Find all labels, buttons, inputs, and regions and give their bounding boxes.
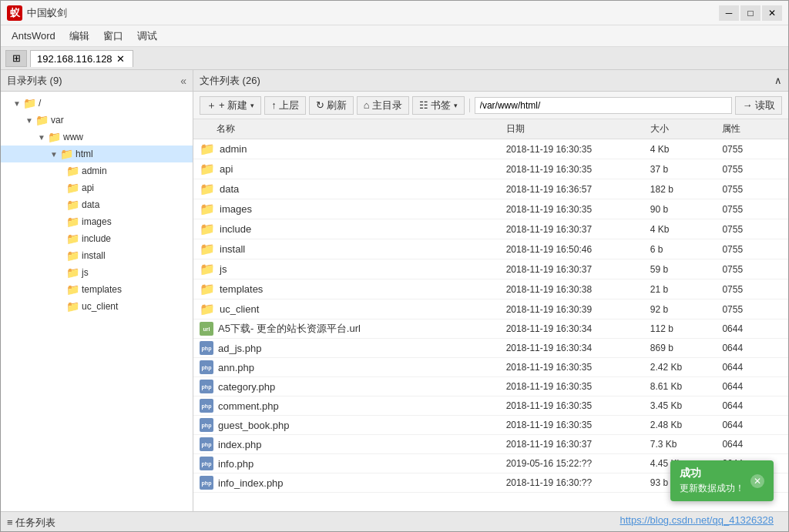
table-row[interactable]: phpguest_book.php 2018-11-19 16:30:35 2.…: [193, 416, 788, 435]
col-name[interactable]: 名称: [193, 119, 500, 139]
close-button[interactable]: ✕: [762, 5, 782, 21]
refresh-icon: ↻: [316, 99, 324, 111]
php-file-icon: php: [200, 457, 213, 470]
dir-icon: 📁: [200, 282, 215, 296]
tree-label-install: install: [82, 250, 106, 261]
tree-item-root[interactable]: ▼ 📁 /: [1, 95, 193, 112]
table-row[interactable]: phpcategory.php 2018-11-19 16:30:35 8.61…: [193, 377, 788, 396]
tree-item-images[interactable]: 📁 images: [1, 213, 193, 230]
tree-item-api[interactable]: 📁 api: [1, 179, 193, 196]
menu-antsword[interactable]: AntsWord: [5, 28, 62, 44]
file-attr: 0755: [716, 159, 788, 179]
folder-icon-www: 📁: [48, 131, 61, 143]
dir-icon: 📁: [200, 302, 215, 316]
table-row[interactable]: 📁data 2018-11-19 16:36:57 182 b 0755: [193, 179, 788, 199]
file-size: 869 b: [644, 339, 717, 358]
table-row[interactable]: phpindex.php 2018-11-19 16:30:37 7.3 Kb …: [193, 435, 788, 454]
table-row[interactable]: 📁js 2018-11-19 16:30:37 59 b 0755: [193, 259, 788, 279]
window-controls: ─ □ ✕: [719, 5, 782, 21]
app-title: 中国蚁剑: [27, 6, 67, 20]
tree-item-templates[interactable]: 📁 templates: [1, 281, 193, 298]
table-row[interactable]: 📁uc_client 2018-11-19 16:30:39 92 b 0755: [193, 299, 788, 320]
table-row[interactable]: 📁api 2018-11-19 16:30:35 37 b 0755: [193, 159, 788, 179]
tab-item-0[interactable]: 192.168.116.128 ✕: [30, 50, 133, 67]
php-file-icon: php: [200, 437, 213, 451]
col-date[interactable]: 日期: [500, 119, 644, 139]
tree-item-admin[interactable]: 📁 admin: [1, 162, 193, 179]
new-button[interactable]: ＋ + 新建 ▾: [200, 96, 261, 115]
dir-icon: 📁: [200, 222, 215, 236]
dir-icon: 📁: [200, 202, 215, 216]
table-row[interactable]: 📁templates 2018-11-19 16:30:38 21 b 0755: [193, 279, 788, 299]
tree-label-www: www: [63, 132, 83, 142]
task-list-label: ≡ 任务列表: [7, 516, 55, 530]
up-button[interactable]: ↑ 上层: [264, 96, 306, 115]
toast-close-button[interactable]: ✕: [750, 474, 764, 488]
table-row[interactable]: 📁images 2018-11-19 16:30:35 90 b 0755: [193, 199, 788, 219]
table-row[interactable]: phpcomment.php 2018-11-19 16:30:35 3.45 …: [193, 396, 788, 416]
refresh-button[interactable]: ↻ 刷新: [309, 96, 354, 115]
file-name: ad_js.php: [218, 343, 261, 354]
file-tree: ▼ 📁 / ▼ 📁 var ▼ 📁 www ▼ 📁 html: [1, 92, 193, 511]
file-date: 2018-11-19 16:30:37: [500, 219, 644, 239]
file-size: 4 Kb: [644, 219, 717, 239]
col-size[interactable]: 大小: [644, 119, 717, 139]
file-table: 名称 日期 大小 属性 📁admin 2018-11-19 16:30:35 4…: [193, 119, 788, 493]
file-size: 6 b: [644, 239, 717, 259]
main-content: 目录列表 (9) « ▼ 📁 / ▼ 📁 var ▼ 📁 www: [1, 70, 788, 511]
table-row[interactable]: 📁admin 2018-11-19 16:30:35 4 Kb 0755: [193, 139, 788, 159]
tab-close-0[interactable]: ✕: [116, 53, 126, 64]
dir-icon: 📁: [200, 182, 215, 196]
file-size: 90 b: [644, 199, 717, 219]
table-row[interactable]: urlA5下载- 更全的站长资源平台.url 2018-11-19 16:30:…: [193, 320, 788, 339]
up-label: 上层: [279, 99, 299, 112]
tree-item-install[interactable]: 📁 install: [1, 247, 193, 264]
file-name: ann.php: [218, 362, 254, 373]
tree-item-html[interactable]: ▼ 📁 html: [1, 146, 193, 162]
file-date: 2018-11-19 16:30:??: [500, 473, 644, 493]
home-button[interactable]: ⌂ 主目录: [357, 96, 409, 115]
file-name: include: [220, 223, 251, 235]
table-row[interactable]: 📁include 2018-11-19 16:30:37 4 Kb 0755: [193, 219, 788, 239]
minimize-button[interactable]: ─: [719, 5, 739, 21]
file-attr: 0755: [716, 179, 788, 199]
file-table-container: 名称 日期 大小 属性 📁admin 2018-11-19 16:30:35 4…: [193, 119, 788, 511]
collapse-button[interactable]: «: [180, 75, 186, 87]
tab-home-button[interactable]: ⊞: [5, 50, 27, 67]
menu-edit[interactable]: 编辑: [63, 27, 96, 45]
bookmark-dropdown-arrow: ▾: [454, 102, 458, 109]
tree-item-js[interactable]: 📁 js: [1, 264, 193, 281]
tree-item-var[interactable]: ▼ 📁 var: [1, 112, 193, 129]
table-row[interactable]: 📁install 2018-11-19 16:50:46 6 b 0755: [193, 239, 788, 259]
col-attr[interactable]: 属性: [716, 119, 788, 139]
table-row[interactable]: phpann.php 2018-11-19 16:30:35 2.42 Kb 0…: [193, 358, 788, 377]
dir-icon: 📁: [200, 142, 215, 156]
table-row[interactable]: phpad_js.php 2018-11-19 16:30:34 869 b 0…: [193, 339, 788, 358]
menu-debug[interactable]: 调试: [131, 27, 163, 45]
url-file-icon: url: [200, 322, 213, 336]
tree-item-uc-client[interactable]: 📁 uc_client: [1, 298, 193, 315]
file-list-title: 文件列表 (26): [200, 74, 260, 88]
maximize-button[interactable]: □: [740, 5, 760, 21]
folder-icon-data: 📁: [66, 199, 79, 211]
path-input[interactable]: [475, 97, 733, 114]
read-button[interactable]: → 读取: [735, 96, 782, 115]
file-date: 2018-11-19 16:30:35: [500, 377, 644, 396]
php-file-icon: php: [200, 360, 213, 374]
tree-item-data[interactable]: 📁 data: [1, 196, 193, 213]
expand-arrow-root: ▼: [13, 99, 21, 108]
bookmark-button[interactable]: ☷ 书签 ▾: [412, 96, 465, 115]
file-name: uc_client: [220, 303, 259, 315]
collapse-right-icon: ∧: [774, 75, 782, 86]
tab-bar: ⊞ 192.168.116.128 ✕: [1, 47, 788, 70]
file-name: install: [220, 243, 245, 255]
bookmark-label: 书签: [431, 99, 451, 112]
menu-window[interactable]: 窗口: [97, 27, 129, 45]
tree-label-include: include: [82, 233, 111, 244]
file-name: info.php: [218, 458, 253, 470]
tree-item-www[interactable]: ▼ 📁 www: [1, 129, 193, 146]
file-name: data: [220, 183, 239, 195]
tree-item-include[interactable]: 📁 include: [1, 230, 193, 247]
file-attr: 0755: [716, 259, 788, 279]
file-date: 2018-11-19 16:50:46: [500, 239, 644, 259]
